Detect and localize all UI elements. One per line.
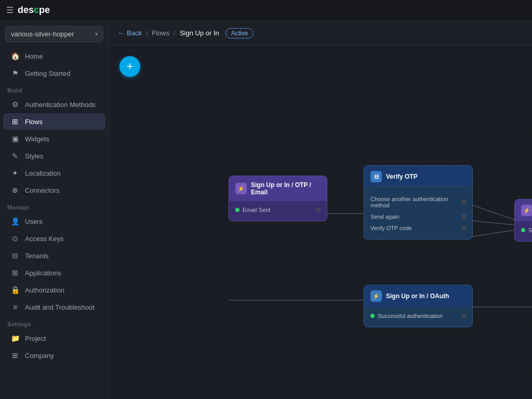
breadcrumb-slash: / [174,29,176,37]
sidebar-item-label: Access Keys [25,235,63,243]
sidebar-item-label: Connectors [25,187,59,194]
section-build-label: Build [0,82,109,96]
sidebar-item-authorization[interactable]: 🔒 Authorization [3,282,105,298]
company-icon: ⊞ [10,351,20,360]
node-row: Successful authentication [521,224,532,236]
breadcrumb-current: Sign Up or In [180,29,219,37]
sidebar-item-tenants[interactable]: ⊟ Tenants [3,247,105,264]
logo-text: descpe [18,5,50,16]
sidebar-item-label: Flows [25,118,43,126]
users-icon: 👤 [10,217,20,225]
flag-icon: ⚑ [10,69,20,77]
oauth-icon: ⚡ [370,290,382,302]
section-settings-label: Settings [0,316,109,329]
node-oauth-title: Sign Up or In / OAuth [386,292,449,300]
status-dot [521,228,525,232]
content-area: ← Back | Flows / Sign Up or In Active [109,21,532,399]
sidebar-item-auth-methods[interactable]: ⚙ Authentication Methods [3,96,105,113]
row-label: Successful authentication [528,227,532,233]
sidebar-item-users[interactable]: 👤 Users [3,213,105,230]
node-signup-otp[interactable]: ⚡ Sign Up or In / OTP / Email Email Sent [229,176,327,221]
audit-icon: ≡ [10,303,20,311]
breadcrumb-separator: | [146,29,148,37]
flows-icon: ⊞ [10,117,20,126]
node-verify-code[interactable]: ⚡ Verify Code / OTP / Email Successful a… [514,199,532,242]
sidebar-item-widgets[interactable]: ▣ Widgets [3,130,105,147]
tenants-icon: ⊟ [10,251,20,260]
sidebar-item-localization[interactable]: ✦ Localization [3,165,105,181]
sidebar-item-label: Getting Started [25,70,70,77]
sidebar-item-label: Users [25,218,43,225]
project-selector[interactable]: various-silver-hopper ▾ [5,26,103,42]
node-verify-otp[interactable]: ⊟ Verify OTP Choose another authenticati… [364,165,473,240]
key-icon: ⊙ [10,234,20,243]
sidebar-item-access-keys[interactable]: ⊙ Access Keys [3,230,105,247]
node-row: Successful authentication [370,310,466,322]
lightning-icon: ⚡ [521,205,532,216]
chevron-down-icon: ▾ [95,31,98,37]
apps-icon: ⊞ [10,269,20,277]
lightning-icon: ⚡ [235,183,247,194]
main-layout: various-silver-hopper ▾ 🏠 Home ⚑ Getting… [0,21,532,399]
widgets-icon: ▣ [10,135,20,143]
node-verify-otp-title: Verify OTP [386,173,418,180]
sidebar-item-label: Tenants [25,252,49,260]
output-connector [462,215,466,219]
sidebar-item-label: Styles [25,152,43,160]
divider [370,187,466,187]
output-connector [462,200,466,204]
sidebar-item-label: Authorization [25,286,64,294]
row-label: Email Sent [243,207,270,213]
sidebar-item-label: Widgets [25,135,49,143]
sidebar-item-home[interactable]: 🏠 Home [3,48,105,64]
node-row: Email Sent [235,204,321,216]
localization-icon: ✦ [10,169,20,177]
node-oauth[interactable]: ⚡ Sign Up or In / OAuth Successful authe… [364,285,473,327]
output-connector [316,208,321,212]
logo: descpe [18,5,50,16]
node-verify-code-header: ⚡ Verify Code / OTP / Email [515,200,532,221]
node-signup-otp-body: Email Sent [229,201,327,221]
sidebar-item-project[interactable]: 📁 Project [3,330,105,347]
sidebar-nav: 🏠 Home ⚑ Getting Started Build ⚙ Authent… [0,45,109,399]
node-verify-code-body: Successful authentication [515,221,532,241]
auth-icon: ⚙ [10,100,20,109]
sidebar-item-getting-started[interactable]: ⚑ Getting Started [3,65,105,82]
verify-icon: ⊟ [370,171,382,182]
back-label: Back [127,29,142,37]
node-signup-otp-title: Sign Up or In / OTP / Email [251,181,321,196]
project-name: various-silver-hopper [11,30,74,38]
content-header: ← Back | Flows / Sign Up or In Active [109,21,532,46]
status-dot [235,208,240,212]
row-label: Successful authentication [378,313,443,319]
node-oauth-body: Successful authentication [364,307,472,327]
row-label: Verify OTP code [370,225,412,231]
sidebar-item-audit[interactable]: ≡ Audit and Troubleshoot [3,299,105,315]
plus-icon: + [127,60,134,73]
row-label: Send again [370,214,400,220]
sidebar-item-label: Home [25,52,43,60]
output-connector [462,226,466,230]
styles-icon: ✎ [10,152,20,160]
sidebar-item-company[interactable]: ⊞ Company [3,347,105,364]
add-node-button[interactable]: + [119,56,140,77]
sidebar-item-flows[interactable]: ⊞ Flows [3,113,105,130]
back-arrow-icon: ← [117,29,124,37]
menu-icon[interactable]: ☰ [6,5,14,15]
sidebar-item-label: Project [25,335,46,342]
sidebar-item-connectors[interactable]: ⊕ Connectors [3,182,105,198]
status-badge: Active [225,28,254,38]
sidebar-item-label: Applications [25,269,61,277]
node-verify-otp-body: Choose another authentication method Sen… [364,190,472,239]
flow-canvas[interactable]: + ⚡ Sign Up or In / OTP / Email Email Se… [109,46,532,399]
node-row: Choose another authentication method [370,193,466,211]
node-row: Send again [370,211,466,222]
node-row: Verify OTP code [370,222,466,234]
breadcrumb-flows: Flows [152,29,169,37]
sidebar-item-label: Company [25,352,54,360]
node-oauth-header: ⚡ Sign Up or In / OAuth [364,285,472,307]
sidebar-item-applications[interactable]: ⊞ Applications [3,264,105,281]
sidebar-item-styles[interactable]: ✎ Styles [3,148,105,164]
back-button[interactable]: ← Back [117,29,142,37]
node-signup-otp-header: ⚡ Sign Up or In / OTP / Email [229,176,327,201]
